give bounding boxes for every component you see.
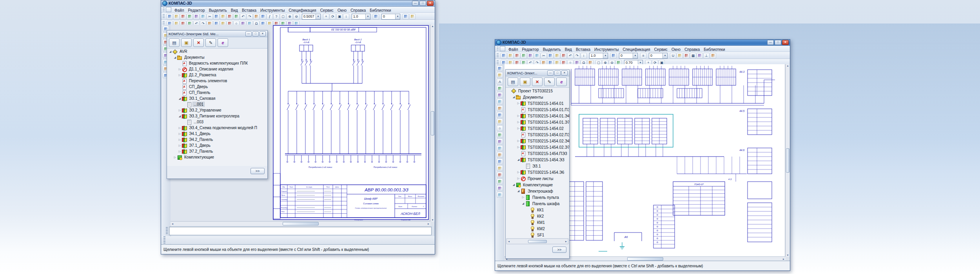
rectangle-icon[interactable] xyxy=(497,172,503,178)
tree-item[interactable]: ◢Документы xyxy=(506,94,569,100)
delete-object-button[interactable]: ✕ xyxy=(532,78,543,86)
page-layout-icon[interactable] xyxy=(409,14,416,20)
layer-combo[interactable]: 0 ▾ xyxy=(649,53,668,59)
scroll-thumb[interactable] xyxy=(627,257,663,261)
tree-expander-icon[interactable]: ◢ xyxy=(521,202,525,205)
tree-item[interactable]: ▷Д1.1_Описание изделия xyxy=(167,66,267,72)
tree-item[interactable]: ▷Панель пульта xyxy=(506,194,569,200)
circle-tool-icon[interactable]: ○ xyxy=(497,125,503,131)
menu-Вид[interactable]: Вид xyxy=(229,8,240,13)
undo-icon[interactable]: ↶ xyxy=(567,53,573,59)
delete-object-button[interactable]: ✕ xyxy=(193,38,204,47)
toolbar-grip[interactable] xyxy=(163,14,165,19)
chevron-down-icon[interactable]: ▾ xyxy=(633,53,637,58)
palette-close-icon[interactable]: ✕ xyxy=(561,70,568,76)
tree-item[interactable]: ◢Электрошкаф xyxy=(506,188,569,194)
tree-item[interactable]: ◢TST030215-1454.ЭЗ xyxy=(506,157,569,163)
tree-item[interactable]: ▷TST030215-1454.01 xyxy=(506,100,569,106)
tree-expander-icon[interactable]: ▷ xyxy=(178,126,182,130)
tree-item[interactable]: КМ2 xyxy=(506,225,569,232)
local-csys-icon[interactable] xyxy=(697,53,703,59)
tree-expander-icon[interactable]: ▷ xyxy=(178,150,182,153)
tree-item[interactable]: ▷TST030215-1454.Э6 xyxy=(506,169,569,175)
magnet-icon[interactable]: U xyxy=(670,53,676,59)
tree-expander-icon[interactable]: ▷ xyxy=(178,138,182,141)
minimize-button-icon[interactable]: — xyxy=(412,1,419,6)
spec-manager-icon[interactable] xyxy=(253,14,260,20)
menu-Библиотеки[interactable]: Библиотеки xyxy=(702,47,727,52)
continuous-input-icon[interactable] xyxy=(497,145,503,151)
menu-Окно[interactable]: Окно xyxy=(336,8,348,13)
snap-settings-icon[interactable] xyxy=(710,53,716,59)
rotate-mode-icon[interactable] xyxy=(373,14,379,20)
vertical-scrollbar[interactable]: ▲▼ xyxy=(430,25,435,222)
ortho-icon[interactable]: ⊥ xyxy=(703,53,710,59)
zoom-in-icon[interactable]: ⊕ xyxy=(287,14,293,20)
scroll-down-icon[interactable]: ▼ xyxy=(431,218,435,222)
print-preview-icon[interactable] xyxy=(193,14,200,20)
insert-report-button[interactable]: ▤ xyxy=(169,38,180,47)
tree-item[interactable]: ◢Документы xyxy=(167,54,267,60)
scroll-right-icon[interactable]: ► xyxy=(426,222,430,225)
picture-icon[interactable] xyxy=(497,99,503,105)
context-help-icon[interactable]: ? xyxy=(273,14,279,20)
print-icon[interactable] xyxy=(521,53,527,59)
scale-combo[interactable]: 1.0 ▾ xyxy=(352,14,370,20)
scale-vertical-icon[interactable]: ↕ xyxy=(343,14,349,20)
scroll-right-icon[interactable]: ► xyxy=(564,240,568,243)
more-button[interactable]: >> xyxy=(250,168,265,174)
toolbar-grip[interactable] xyxy=(166,227,168,235)
open-reference-button[interactable]: ▣ xyxy=(181,38,192,47)
angle-combo[interactable]: 0 ▾ xyxy=(619,53,638,59)
copy-style-icon[interactable] xyxy=(227,14,233,20)
more-tools-icon[interactable] xyxy=(497,192,503,198)
export-ecad-button[interactable]: e xyxy=(556,78,567,86)
tree-expander-icon[interactable]: ▷ xyxy=(178,74,182,77)
minimize-button-icon[interactable]: — xyxy=(767,40,774,45)
menu-Вид[interactable]: Вид xyxy=(563,47,574,52)
tree-expander-icon[interactable]: ▷ xyxy=(178,132,182,135)
chevron-down-icon[interactable]: ▾ xyxy=(662,53,667,58)
grid-icon[interactable]: ▦ xyxy=(690,53,696,59)
spline-icon[interactable] xyxy=(497,165,503,171)
tree-item[interactable]: ◢AVR xyxy=(167,49,267,54)
tree-expander-icon[interactable]: ▷ xyxy=(178,144,182,147)
tree-item[interactable]: ▷Э4.1_Дверь xyxy=(167,131,267,137)
tree-expander-icon[interactable]: ▷ xyxy=(173,156,177,159)
save-icon[interactable] xyxy=(180,14,186,20)
scroll-right-icon[interactable]: ► xyxy=(782,258,786,261)
tree-item[interactable]: ЭЗ.1 xyxy=(506,163,569,169)
more-button[interactable]: >> xyxy=(552,247,566,253)
vertical-scrollbar[interactable]: ▲▼ xyxy=(785,64,790,257)
tree-expander-icon[interactable]: ▷ xyxy=(178,68,182,71)
fx-variables-icon[interactable]: ƒ xyxy=(267,14,273,20)
tree-item[interactable]: КК1 xyxy=(506,207,569,213)
scroll-thumb[interactable] xyxy=(528,240,547,243)
tree-item[interactable]: ◢Панель шкафа xyxy=(506,200,569,207)
tree-item[interactable]: ▷Комплектующие xyxy=(167,154,267,160)
chevron-down-icon[interactable]: ▾ xyxy=(365,14,370,19)
close-button-icon[interactable]: ✕ xyxy=(782,40,789,45)
horizontal-scrollbar[interactable]: ◄► xyxy=(171,221,430,226)
palette-close-icon[interactable]: ✕ xyxy=(260,31,266,36)
text-tool-icon[interactable]: A xyxy=(497,79,503,85)
menu-Инструменты[interactable]: Инструменты xyxy=(258,8,287,13)
close-button-icon[interactable]: ✕ xyxy=(427,1,434,6)
tree-expander-icon[interactable]: ◢ xyxy=(173,56,177,59)
tree-expander-icon[interactable]: ▷ xyxy=(516,102,521,105)
document-menu-icon[interactable] xyxy=(500,46,505,51)
segment-icon[interactable] xyxy=(497,119,503,124)
menu-Редактор[interactable]: Редактор xyxy=(520,47,541,52)
message-field[interactable] xyxy=(169,227,432,235)
tree-expander-icon[interactable]: ◢ xyxy=(516,189,521,193)
tree-item[interactable]: Проект TST030215 xyxy=(506,88,569,94)
chevron-down-icon[interactable]: ▾ xyxy=(603,53,608,58)
tree-item[interactable]: ...003 xyxy=(167,119,267,125)
tree-expander-icon[interactable]: ◢ xyxy=(178,115,182,118)
menu-Библиотеки[interactable]: Библиотеки xyxy=(368,8,393,13)
open-reference-button[interactable]: ▣ xyxy=(520,78,530,86)
tree-item[interactable]: Ведомость комплектующих ПЛК xyxy=(167,60,267,66)
tree-expander-icon[interactable]: ▷ xyxy=(521,196,525,199)
hatch-icon[interactable] xyxy=(497,92,503,98)
paste-icon[interactable] xyxy=(554,53,560,59)
